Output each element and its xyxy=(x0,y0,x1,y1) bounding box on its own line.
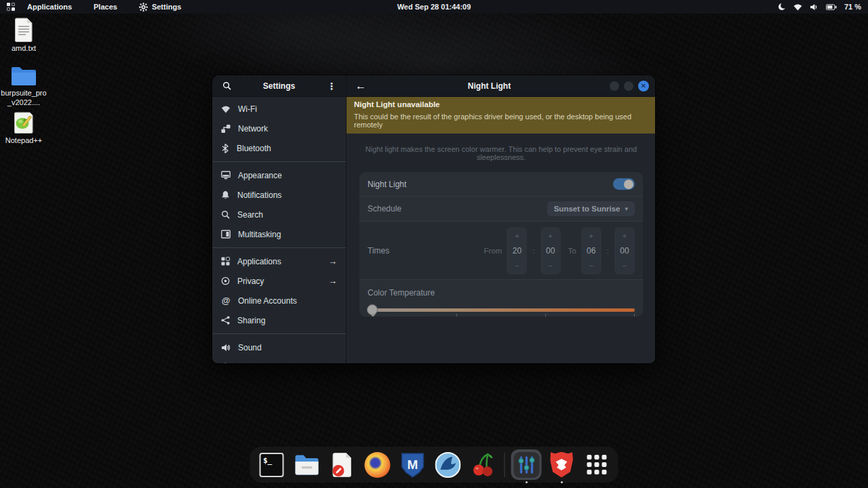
sidebar-item-online-accounts[interactable]: @ Online Accounts xyxy=(212,291,346,310)
sidebar-item-appearance[interactable]: Appearance xyxy=(212,165,346,185)
menu-applications[interactable]: Applications xyxy=(18,0,81,14)
sidebar-item-network[interactable]: Network xyxy=(212,119,346,138)
clock-label: Wed Sep 28 01:44:09 xyxy=(397,3,471,11)
close-button[interactable]: ✕ xyxy=(638,81,649,92)
text-editor-icon xyxy=(330,452,353,478)
slider-tick xyxy=(545,314,546,317)
increment-button[interactable]: + xyxy=(581,227,601,245)
desktop-icon-notepadpp[interactable]: Notepad++ xyxy=(0,111,47,146)
desktop-icon-burpsuite-folder[interactable]: burpsuite_pro_v2022.... xyxy=(0,66,47,108)
notepadpp-icon xyxy=(12,111,35,134)
sidebar-item-label: Network xyxy=(238,124,268,134)
menu-applications-label: Applications xyxy=(27,3,72,11)
dock-item-terminal[interactable]: $_ xyxy=(256,449,287,480)
back-icon: ← xyxy=(355,80,366,92)
slider-track[interactable] xyxy=(368,308,635,312)
terminal-glyph: $_ xyxy=(263,456,272,476)
menu-places[interactable]: Places xyxy=(84,0,127,14)
dock-item-show-applications[interactable] xyxy=(582,449,612,480)
system-tray[interactable]: 71 % xyxy=(778,0,868,14)
sidebar-item-wifi[interactable]: Wi-Fi xyxy=(212,99,346,119)
sidebar-item-power[interactable]: Power xyxy=(212,357,346,363)
dock: $_ M xyxy=(250,447,618,483)
clock[interactable]: Wed Sep 28 01:44:09 xyxy=(397,0,471,14)
app-grid-icon xyxy=(587,455,607,474)
minimize-button[interactable] xyxy=(610,81,619,91)
sidebar-item-label: Sound xyxy=(238,343,262,352)
schedule-row: Schedule Sunset to Sunrise ▾ xyxy=(359,196,643,221)
sidebar-list: Wi-Fi Network Bluetooth Appearance Notif… xyxy=(212,97,346,363)
from-hour-value: 20 xyxy=(507,245,527,257)
panel-header: ← Night Light ✕ xyxy=(347,75,655,97)
from-hour-stepper: + 20 − xyxy=(507,227,527,274)
search-icon xyxy=(221,210,230,219)
times-row: Times From + 20 − : + 00 − xyxy=(359,221,643,279)
night-light-row: Night Light xyxy=(359,172,643,196)
sidebar-item-sound[interactable]: Sound xyxy=(212,338,346,357)
sidebar-item-applications[interactable]: Applications → xyxy=(212,251,346,271)
sidebar-item-label: Applications xyxy=(237,257,281,266)
increment-button[interactable]: + xyxy=(507,227,527,245)
bluetooth-icon xyxy=(221,144,229,153)
sidebar-item-search[interactable]: Search xyxy=(212,205,346,224)
folder-icon xyxy=(10,66,37,87)
dock-item-metasploit[interactable]: M xyxy=(397,449,428,480)
to-label: To xyxy=(568,247,576,255)
increment-button[interactable]: + xyxy=(540,227,561,245)
battery-icon xyxy=(826,4,837,10)
dock-item-files[interactable] xyxy=(292,449,322,480)
arrow-right-icon: → xyxy=(328,256,337,266)
sidebar-item-privacy[interactable]: Privacy → xyxy=(212,271,346,291)
notifications-icon xyxy=(221,190,230,200)
primary-menu-button[interactable]: ⋮ xyxy=(324,79,339,94)
caret-down-icon: ▾ xyxy=(625,205,628,212)
window-controls: ✕ xyxy=(610,81,649,92)
cherrytree-icon xyxy=(471,452,494,478)
sidebar-item-multitasking[interactable]: Multitasking xyxy=(212,224,346,244)
sidebar-item-label: Online Accounts xyxy=(238,296,297,306)
firefox-icon xyxy=(364,452,390,478)
dock-item-settings[interactable] xyxy=(511,449,542,480)
night-light-toggle[interactable] xyxy=(613,178,635,190)
night-light-description: Night light makes the screen color warme… xyxy=(359,145,643,161)
decrement-button[interactable]: − xyxy=(540,257,561,274)
sidebar-item-bluetooth[interactable]: Bluetooth xyxy=(212,138,346,158)
times-cluster: From + 20 − : + 00 − To xyxy=(484,227,635,274)
menu-settings[interactable]: Settings xyxy=(130,0,191,14)
search-button[interactable] xyxy=(219,79,234,94)
slider-handle[interactable] xyxy=(367,304,378,315)
dock-item-cherrytree[interactable] xyxy=(468,449,498,480)
color-temperature-slider[interactable] xyxy=(368,306,635,317)
desktop-icon-amd-txt[interactable]: amd.txt xyxy=(0,18,47,54)
dock-item-wireshark[interactable] xyxy=(433,449,463,480)
maximize-button[interactable] xyxy=(624,81,633,91)
toggle-knob xyxy=(624,180,633,189)
schedule-label: Schedule xyxy=(368,204,401,214)
sidebar-item-sharing[interactable]: Sharing xyxy=(212,310,346,330)
schedule-dropdown[interactable]: Sunset to Sunrise ▾ xyxy=(547,201,635,216)
desktop-icon-label: Notepad++ xyxy=(0,136,47,146)
time-colon: : xyxy=(532,247,534,255)
dock-separator xyxy=(505,453,505,477)
privacy-icon xyxy=(221,277,230,285)
files-icon xyxy=(294,454,319,476)
increment-button[interactable]: + xyxy=(614,227,635,245)
top-bar: Applications Places Settings Wed Sep 28 … xyxy=(0,0,868,14)
decrement-button[interactable]: − xyxy=(614,257,635,274)
battery-percent-label: 71 % xyxy=(844,3,861,11)
banner-message: This could be the result of the graphics… xyxy=(354,113,648,129)
wireshark-icon xyxy=(435,452,460,478)
dock-item-brave[interactable] xyxy=(547,449,577,480)
sidebar-item-label: Notifications xyxy=(237,190,281,200)
sidebar-item-notifications[interactable]: Notifications xyxy=(212,185,346,205)
warning-banner: Night Light unavailable This could be th… xyxy=(347,97,655,134)
decrement-button[interactable]: − xyxy=(581,257,601,274)
dock-item-firefox[interactable] xyxy=(362,449,393,480)
workspace-grid-icon[interactable] xyxy=(7,3,15,11)
sidebar-divider xyxy=(212,161,346,162)
dock-item-text-editor[interactable] xyxy=(327,449,357,480)
decrement-button[interactable]: − xyxy=(507,257,527,274)
running-indicator xyxy=(526,481,528,483)
back-button[interactable]: ← xyxy=(353,78,369,94)
sidebar-divider xyxy=(212,333,346,334)
